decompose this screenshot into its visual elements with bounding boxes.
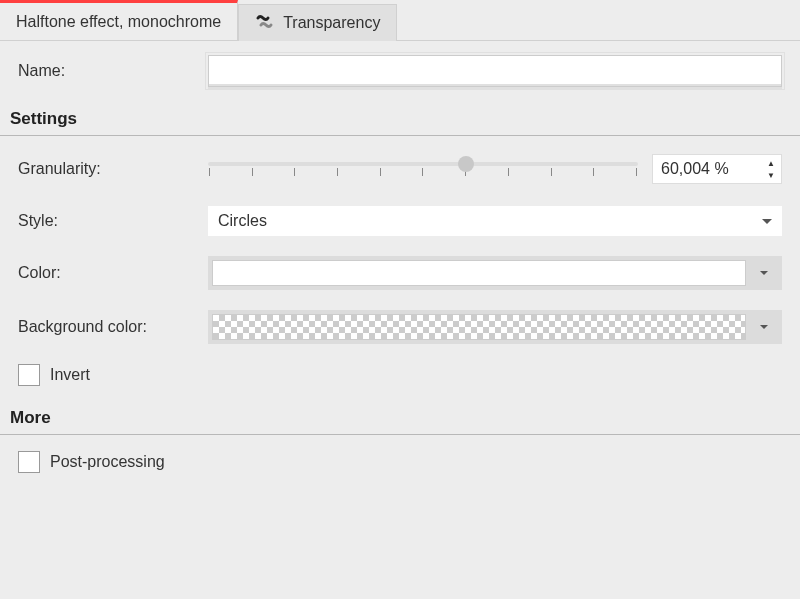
chevron-down-icon — [762, 219, 772, 224]
granularity-label: Granularity: — [18, 160, 208, 178]
tab-halftone-monochrome[interactable]: Halftone effect, monochrome — [0, 0, 238, 40]
tab-label: Transparency — [283, 14, 380, 32]
slider-thumb[interactable] — [458, 156, 474, 172]
bgcolor-dropdown-button[interactable] — [750, 314, 778, 340]
slider-ticks — [208, 168, 638, 176]
postprocessing-label: Post-processing — [50, 453, 165, 471]
invert-label: Invert — [50, 366, 90, 384]
name-input[interactable] — [208, 55, 782, 87]
style-row: Style: Circles — [0, 196, 800, 246]
tab-transparency[interactable]: Transparency — [238, 4, 397, 41]
bgcolor-row: Background color: — [0, 300, 800, 354]
transparency-icon — [255, 15, 275, 31]
section-settings: Settings — [0, 97, 800, 136]
postprocessing-row: Post-processing — [0, 441, 800, 483]
color-dropdown-button[interactable] — [750, 260, 778, 286]
color-label: Color: — [18, 264, 208, 282]
granularity-spinner[interactable]: 60,004 % ▲ ▼ — [652, 154, 782, 184]
invert-checkbox[interactable] — [18, 364, 40, 386]
postprocessing-checkbox[interactable] — [18, 451, 40, 473]
color-row: Color: — [0, 246, 800, 300]
color-swatch[interactable] — [212, 260, 746, 286]
chevron-down-icon — [760, 271, 768, 275]
bgcolor-label: Background color: — [18, 318, 208, 336]
name-row: Name: — [0, 45, 800, 97]
invert-row: Invert — [0, 354, 800, 396]
bgcolor-swatch[interactable] — [212, 314, 746, 340]
granularity-row: Granularity: 60,004 % ▲ ▼ — [0, 142, 800, 196]
chevron-down-icon — [760, 325, 768, 329]
tab-label: Halftone effect, monochrome — [16, 13, 221, 31]
granularity-value: 60,004 % — [661, 160, 729, 178]
bgcolor-picker — [208, 310, 782, 344]
style-select[interactable]: Circles — [208, 206, 782, 236]
granularity-control: 60,004 % ▲ ▼ — [208, 152, 782, 186]
panel-content: Name: Settings Granularity: 60,004 % ▲ ▼ — [0, 41, 800, 483]
spinner-up-button[interactable]: ▲ — [763, 158, 779, 169]
tab-bar: Halftone effect, monochrome Transparency — [0, 0, 800, 41]
style-label: Style: — [18, 212, 208, 230]
style-value: Circles — [218, 212, 267, 230]
section-more: More — [0, 396, 800, 435]
name-label: Name: — [18, 62, 208, 80]
color-picker — [208, 256, 782, 290]
granularity-slider[interactable] — [208, 152, 638, 186]
spinner-down-button[interactable]: ▼ — [763, 170, 779, 181]
